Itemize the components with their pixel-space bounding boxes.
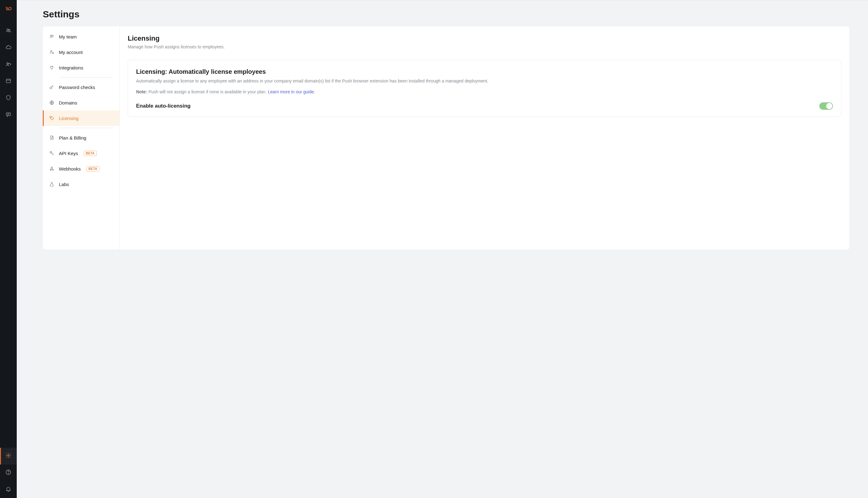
app-rail (0, 0, 17, 498)
document-icon (49, 135, 55, 141)
nav-webhooks[interactable]: Webhooks BETA (43, 161, 119, 176)
svg-rect-6 (6, 79, 10, 83)
svg-rect-8 (6, 113, 10, 116)
chat-icon (5, 111, 12, 119)
toggle-row: Enable auto-licensing (136, 102, 833, 110)
webhook-icon (49, 166, 55, 171)
card-description: Automatically assign a license to any em… (136, 78, 833, 84)
card-note: Note: Push will not assign a license if … (136, 89, 833, 94)
rail-team[interactable] (0, 23, 17, 40)
svg-point-5 (7, 63, 8, 64)
nav-label: Licensing (59, 116, 78, 121)
help-icon (5, 469, 12, 476)
nav-licensing[interactable]: Licensing (43, 110, 119, 126)
beta-badge: BETA (84, 151, 97, 156)
settings-gear-icon (5, 453, 12, 460)
rail-settings[interactable] (0, 448, 17, 464)
rail-user-cloud[interactable] (0, 56, 17, 73)
toggle-knob (826, 103, 832, 109)
main-content: Settings My team My account (17, 0, 868, 498)
svg-point-13 (8, 473, 9, 474)
note-prefix: Note: (136, 89, 147, 94)
rail-browser[interactable] (0, 73, 17, 90)
svg-point-23 (50, 151, 52, 153)
globe-icon (49, 100, 55, 105)
auto-license-toggle[interactable] (819, 102, 833, 110)
nav-label: Labs (59, 182, 69, 187)
beta-badge: BETA (86, 166, 99, 171)
shield-icon (5, 95, 12, 102)
svg-point-11 (8, 455, 9, 457)
bell-icon (5, 486, 12, 493)
tag-icon (49, 115, 55, 121)
svg-point-2 (9, 8, 12, 10)
svg-point-4 (9, 29, 10, 30)
team-icon (5, 28, 12, 35)
nav-plan-billing[interactable]: Plan & Billing (43, 130, 119, 145)
flask-icon (49, 181, 55, 187)
browser-icon (5, 78, 12, 85)
nav-api-keys[interactable]: API Keys BETA (43, 145, 119, 161)
rail-chat[interactable] (0, 107, 17, 123)
svg-point-14 (51, 35, 52, 37)
nav-divider (59, 77, 113, 78)
svg-point-18 (50, 87, 52, 89)
nav-label: Domains (59, 100, 77, 105)
nav-label: Integrations (59, 65, 83, 70)
svg-line-0 (6, 7, 7, 10)
settings-nav: My team My account Integrations (43, 26, 120, 250)
learn-more-link[interactable]: Learn more in our guide. (268, 89, 315, 94)
nav-label: Plan & Billing (59, 135, 86, 141)
rail-help[interactable] (0, 464, 17, 481)
auto-license-card: Licensing: Automatically license employe… (128, 60, 841, 117)
nav-my-team[interactable]: My team (43, 29, 119, 44)
nav-label: API Keys (59, 151, 78, 156)
nav-label: My account (59, 50, 83, 55)
svg-point-16 (51, 51, 52, 52)
svg-line-1 (7, 7, 8, 10)
team-icon (49, 34, 55, 39)
svg-point-25 (52, 169, 54, 171)
nav-password-checks[interactable]: Password checks (43, 79, 119, 95)
nav-domains[interactable]: Domains (43, 95, 119, 110)
card-title: Licensing: Automatically license employe… (136, 68, 833, 75)
svg-point-20 (51, 117, 51, 118)
note-text: Push will not assign a license if none i… (147, 89, 268, 94)
settings-panel: My team My account Integrations (43, 26, 850, 250)
svg-point-3 (7, 29, 8, 30)
nav-label: Webhooks (59, 166, 81, 171)
nav-my-account[interactable]: My account (43, 44, 119, 60)
key-icon (49, 84, 55, 90)
rail-cloud[interactable] (0, 40, 17, 56)
cloud-icon (5, 44, 12, 52)
svg-point-24 (50, 169, 51, 171)
page-title: Settings (17, 0, 868, 26)
plug-icon (49, 65, 55, 70)
toggle-label: Enable auto-licensing (136, 103, 191, 109)
licensing-panel: Licensing Manage how Push assigns licens… (120, 26, 850, 250)
nav-label: My team (59, 34, 77, 39)
rail-notifications[interactable] (0, 481, 17, 498)
app-logo-icon (0, 5, 17, 12)
panel-title: Licensing (128, 35, 841, 42)
user-gear-icon (49, 49, 55, 55)
user-cloud-icon (5, 61, 12, 68)
svg-point-17 (52, 53, 53, 54)
panel-subtitle: Manage how Push assigns licenses to empl… (128, 44, 841, 49)
api-key-icon (49, 150, 55, 156)
rail-shield[interactable] (0, 90, 17, 107)
svg-point-15 (52, 35, 53, 37)
nav-labs[interactable]: Labs (43, 176, 119, 192)
nav-integrations[interactable]: Integrations (43, 60, 119, 75)
nav-label: Password checks (59, 85, 95, 90)
